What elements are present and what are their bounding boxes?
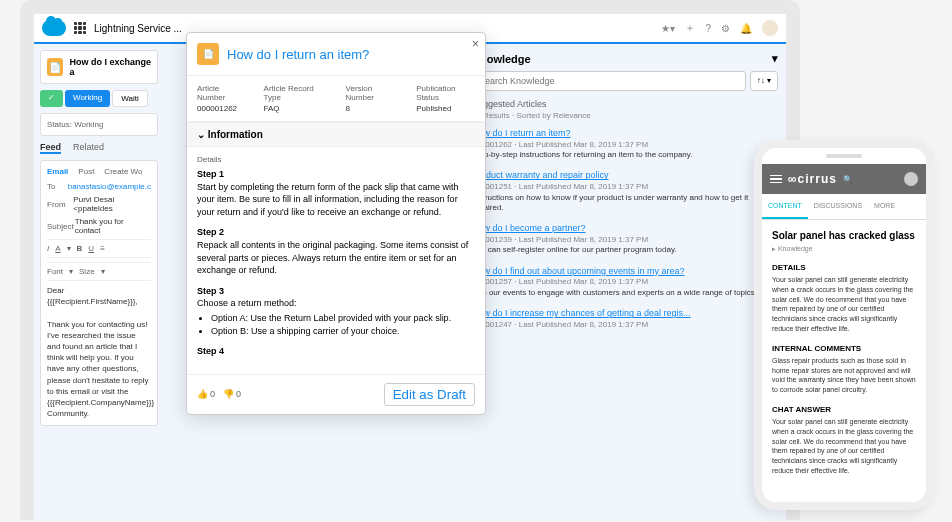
knowledge-list: How do I return an item?000001262 · Last… bbox=[472, 128, 778, 330]
knowledge-search-input[interactable] bbox=[472, 71, 746, 91]
topbar-actions: ★▾ ＋ ? ⚙ 🔔 bbox=[661, 20, 778, 36]
information-section-toggle[interactable]: Information bbox=[187, 122, 485, 147]
thumbs-down-icon[interactable]: 👎 0 bbox=[223, 389, 241, 399]
knowledge-item: How do I find out about upcoming events … bbox=[472, 266, 778, 298]
article-link[interactable]: How do I increase my chances of getting … bbox=[472, 308, 691, 318]
stage-path: ✓ Working Waiti bbox=[40, 90, 158, 107]
close-icon[interactable]: × bbox=[472, 37, 479, 51]
cirrus-logo: ∞cirrus bbox=[788, 172, 837, 186]
left-pane: 📄 How do I exchange a ✓ Working Waiti St… bbox=[34, 44, 164, 520]
subject-field[interactable]: Thank you for contact bbox=[75, 217, 151, 235]
thumbs-up-icon[interactable]: 👍 0 bbox=[197, 389, 215, 399]
to-field[interactable]: banastasio@example.c bbox=[68, 182, 151, 191]
rte-toolbar[interactable]: IA▾BU≡ bbox=[47, 239, 151, 258]
knowledge-item: How do I increase my chances of getting … bbox=[472, 308, 778, 330]
phone-speaker bbox=[826, 154, 862, 158]
modal-body: Details Step 1Start by completing the re… bbox=[187, 147, 485, 374]
edit-as-draft-button[interactable]: Edit as Draft bbox=[384, 383, 475, 406]
article-icon: 📄 bbox=[197, 43, 219, 65]
phone-article-title: Solar panel has cracked glass bbox=[772, 230, 916, 241]
tab-content[interactable]: CONTENT bbox=[762, 194, 808, 219]
sort-toggle[interactable]: ↑↓ ▾ bbox=[750, 71, 778, 91]
tab-more[interactable]: MORE bbox=[868, 194, 901, 219]
app-name: Lightning Service ... bbox=[94, 23, 182, 34]
email-body[interactable]: Dear {{{Recipient.FirstName}}}, Thank yo… bbox=[47, 285, 151, 419]
phone-tabs: CONTENT DISCUSSIONS MORE bbox=[762, 194, 926, 220]
tab-feed[interactable]: Feed bbox=[40, 142, 61, 154]
tab-discussions[interactable]: DISCUSSIONS bbox=[808, 194, 868, 219]
result-count: 10 Results · Sorted by Relevance bbox=[472, 111, 778, 120]
menu-icon[interactable] bbox=[770, 175, 782, 184]
article-link[interactable]: How do I become a partner? bbox=[472, 223, 586, 233]
phone-content: Solar panel has cracked glass ▸ Knowledg… bbox=[762, 220, 926, 500]
article-link[interactable]: How do I find out about upcoming events … bbox=[472, 266, 685, 276]
salesforce-logo-icon bbox=[42, 20, 66, 36]
modal-title: How do I return an item? bbox=[227, 47, 369, 62]
status-row: Status: Working bbox=[40, 113, 158, 136]
case-header: 📄 How do I exchange a bbox=[40, 50, 158, 84]
knowledge-item: Product warranty and repair policy000001… bbox=[472, 170, 778, 213]
tab-related[interactable]: Related bbox=[73, 142, 104, 154]
detail-tabs: Feed Related bbox=[40, 136, 158, 160]
chevron-down-icon[interactable]: ▾ bbox=[772, 52, 778, 65]
star-icon[interactable]: ★▾ bbox=[661, 23, 675, 34]
bell-icon[interactable]: 🔔 bbox=[740, 23, 752, 34]
article-link[interactable]: Product warranty and repair policy bbox=[472, 170, 609, 180]
modal-footer: 👍 0 👎 0 Edit as Draft bbox=[187, 374, 485, 414]
article-modal: × 📄 How do I return an item? Article Num… bbox=[186, 32, 486, 415]
laptop-frame: Lightning Service ... ★▾ ＋ ? ⚙ 🔔 📄 How d… bbox=[20, 0, 800, 520]
post-tab[interactable]: Post bbox=[78, 167, 94, 176]
help-icon[interactable]: ? bbox=[705, 23, 711, 34]
knowledge-panel: Knowledge ▾ ↑↓ ▾ Suggested Articles 10 R… bbox=[464, 44, 786, 520]
from-field[interactable]: Purvi Desai <ppateldes bbox=[73, 195, 151, 213]
stage-waiting[interactable]: Waiti bbox=[112, 90, 147, 107]
user-avatar[interactable] bbox=[762, 20, 778, 36]
email-composer: Email Post Create Wo Tobanastasio@exampl… bbox=[40, 160, 158, 426]
app-launcher-icon[interactable] bbox=[74, 22, 86, 34]
stage-working[interactable]: Working bbox=[65, 90, 110, 107]
phone-avatar[interactable] bbox=[904, 172, 918, 186]
search-icon[interactable]: 🔍 bbox=[843, 175, 853, 184]
plus-icon[interactable]: ＋ bbox=[685, 21, 695, 35]
article-icon: 📄 bbox=[47, 58, 63, 76]
case-title: How do I exchange a bbox=[69, 57, 151, 77]
phone-frame: ∞cirrus 🔍 CONTENT DISCUSSIONS MORE Solar… bbox=[754, 140, 934, 510]
phone-tag: ▸ Knowledge bbox=[772, 245, 916, 253]
email-tab[interactable]: Email bbox=[47, 167, 68, 176]
rte-font-toolbar[interactable]: Font▾ Size▾ bbox=[47, 262, 151, 281]
gear-icon[interactable]: ⚙ bbox=[721, 23, 730, 34]
stage-done[interactable]: ✓ bbox=[40, 90, 63, 107]
article-link[interactable]: How do I return an item? bbox=[472, 128, 571, 138]
suggested-label: Suggested Articles bbox=[472, 99, 778, 109]
create-tab[interactable]: Create Wo bbox=[104, 167, 142, 176]
knowledge-item: How do I return an item?000001262 · Last… bbox=[472, 128, 778, 160]
knowledge-item: How do I become a partner?000001239 · La… bbox=[472, 223, 778, 255]
modal-meta: Article Number000001262 Article Record T… bbox=[187, 76, 485, 122]
phone-header: ∞cirrus 🔍 bbox=[762, 164, 926, 194]
